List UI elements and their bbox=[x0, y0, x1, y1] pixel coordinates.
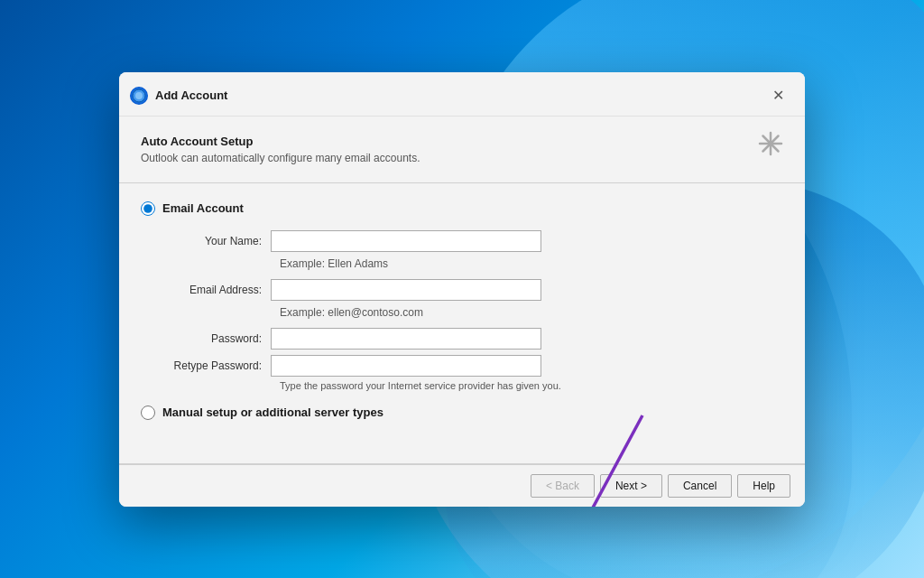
password-hint: Type the password your Internet service … bbox=[280, 380, 783, 391]
email-address-input[interactable] bbox=[271, 279, 541, 301]
password-input[interactable] bbox=[271, 328, 541, 350]
close-button[interactable]: ✕ bbox=[765, 83, 790, 108]
cancel-button[interactable]: Cancel bbox=[668, 474, 732, 498]
manual-setup-option: Manual setup or additional server types bbox=[141, 406, 783, 420]
header-divider bbox=[119, 182, 805, 183]
your-name-input[interactable] bbox=[271, 230, 541, 252]
dialog-overlay: Add Account ✕ Auto Account Setup Outlook… bbox=[0, 0, 924, 578]
section-header: Auto Account Setup Outlook can automatic… bbox=[141, 135, 783, 164]
password-label: Password: bbox=[162, 332, 271, 345]
dialog-icon bbox=[130, 87, 148, 105]
email-account-radio[interactable] bbox=[141, 201, 155, 216]
email-account-label: Email Account bbox=[162, 201, 244, 215]
password-row: Password: bbox=[162, 328, 783, 350]
retype-password-label: Retype Password: bbox=[162, 359, 271, 372]
email-account-option: Email Account bbox=[141, 201, 783, 216]
email-address-hint: Example: ellen@contoso.com bbox=[280, 306, 783, 319]
manual-setup-radio[interactable] bbox=[141, 406, 155, 420]
email-account-section: Email Account Your Name: Example: Ellen … bbox=[141, 201, 783, 391]
button-bar: < Back Next > Cancel Help bbox=[119, 464, 805, 507]
section-subtitle: Outlook can automatically configure many… bbox=[141, 152, 758, 164]
add-account-dialog: Add Account ✕ Auto Account Setup Outlook… bbox=[119, 72, 805, 507]
email-address-label: Email Address: bbox=[162, 284, 271, 296]
svg-point-1 bbox=[135, 92, 143, 99]
retype-password-input[interactable] bbox=[271, 355, 541, 377]
your-name-label: Your Name: bbox=[162, 235, 271, 247]
help-button[interactable]: Help bbox=[737, 474, 790, 498]
manual-setup-label: Manual setup or additional server types bbox=[162, 406, 383, 419]
next-button[interactable]: Next > bbox=[600, 474, 662, 498]
header-text: Auto Account Setup Outlook can automatic… bbox=[141, 135, 758, 164]
section-title: Auto Account Setup bbox=[141, 135, 758, 148]
email-account-fields: Your Name: Example: Ellen Adams Email Ad… bbox=[162, 230, 783, 391]
loading-icon bbox=[758, 131, 783, 162]
title-bar: Add Account ✕ bbox=[119, 72, 805, 117]
title-bar-left: Add Account bbox=[130, 87, 227, 105]
your-name-row: Your Name: bbox=[162, 230, 783, 252]
retype-password-row: Retype Password: bbox=[162, 355, 783, 377]
back-button[interactable]: < Back bbox=[531, 474, 595, 498]
email-address-row: Email Address: bbox=[162, 279, 783, 301]
your-name-hint: Example: Ellen Adams bbox=[280, 257, 783, 270]
dialog-title: Add Account bbox=[155, 89, 227, 102]
dialog-body: Auto Account Setup Outlook can automatic… bbox=[119, 117, 805, 449]
